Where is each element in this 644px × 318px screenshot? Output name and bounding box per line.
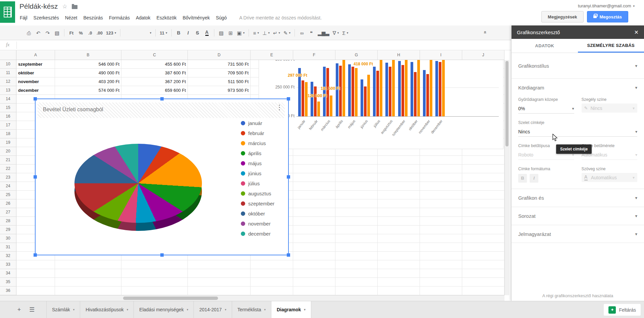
cell[interactable]: [335, 182, 378, 191]
cell[interactable]: [293, 182, 335, 191]
cell[interactable]: [335, 269, 378, 278]
cell[interactable]: [55, 278, 121, 287]
cell[interactable]: [420, 191, 462, 199]
cell[interactable]: [251, 260, 293, 269]
cell[interactable]: [378, 199, 420, 208]
fill-color-button[interactable]: ▨: [217, 28, 226, 38]
cell[interactable]: [378, 182, 420, 191]
bold-button[interactable]: B: [174, 28, 183, 38]
cell[interactable]: [335, 217, 378, 226]
insert-chart-button[interactable]: ▂▆▃: [316, 28, 331, 38]
pie-chart[interactable]: Bevétel Üzleti csomagból ⋮ januárfebruár…: [35, 99, 289, 255]
menu-item[interactable]: Beszúrás: [80, 15, 106, 20]
cell[interactable]: [462, 173, 504, 182]
cell[interactable]: [420, 278, 462, 287]
cell[interactable]: [462, 269, 504, 278]
row-header[interactable]: 20: [0, 147, 16, 156]
cell[interactable]: [251, 269, 293, 278]
cell[interactable]: 403 200 Ft: [55, 77, 121, 86]
sheet-tab[interactable]: Hivatkozástípusok▾: [80, 301, 134, 318]
row-header[interactable]: 22: [0, 165, 16, 173]
cell[interactable]: [378, 208, 420, 217]
cell[interactable]: [462, 182, 504, 191]
cell[interactable]: [420, 173, 462, 182]
cell[interactable]: [420, 260, 462, 269]
insert-comment-button[interactable]: ❝: [307, 28, 316, 38]
cell[interactable]: [462, 287, 504, 295]
sheets-logo[interactable]: [0, 1, 15, 23]
scrollbar-thumb[interactable]: [123, 297, 218, 300]
row-header[interactable]: 16: [0, 112, 16, 121]
column-header[interactable]: A: [16, 50, 55, 60]
resize-handle[interactable]: [34, 253, 37, 257]
cell[interactable]: [16, 287, 55, 295]
cell[interactable]: [378, 269, 420, 278]
cell[interactable]: [188, 278, 251, 287]
cell[interactable]: szeptember: [16, 60, 55, 69]
menu-item[interactable]: Nézet: [62, 15, 80, 20]
text-color-button[interactable]: A: [203, 28, 211, 38]
cell[interactable]: [420, 165, 462, 173]
row-header[interactable]: 13: [0, 86, 16, 95]
cell[interactable]: [293, 156, 335, 165]
cell[interactable]: 490 000 Ft: [55, 69, 121, 77]
account-menu[interactable]: turanyi.tihamer@gmail.com ▾: [578, 3, 635, 8]
increase-decimals-button[interactable]: .00: [95, 28, 104, 38]
cell[interactable]: [378, 243, 420, 252]
cell[interactable]: [378, 191, 420, 199]
cell[interactable]: [420, 234, 462, 243]
column-header[interactable]: C: [121, 50, 188, 60]
cell[interactable]: 709 500 Ft: [188, 69, 251, 77]
cell[interactable]: 973 500 Ft: [188, 86, 251, 95]
resize-handle[interactable]: [287, 97, 290, 101]
font-size-button[interactable]: 11▾: [158, 28, 168, 38]
row-header[interactable]: 21: [0, 156, 16, 165]
cell[interactable]: [378, 252, 420, 260]
cell[interactable]: [378, 278, 420, 287]
collapse-toolbar-icon[interactable]: »: [482, 31, 487, 34]
cell[interactable]: [335, 173, 378, 182]
cell[interactable]: [462, 226, 504, 234]
menu-item[interactable]: Formázás: [106, 15, 133, 20]
cell[interactable]: [420, 252, 462, 260]
cell[interactable]: november: [16, 77, 55, 86]
cell[interactable]: [335, 260, 378, 269]
cell[interactable]: [378, 217, 420, 226]
explore-button[interactable]: ✦ Feltárás: [604, 304, 641, 316]
row-header[interactable]: 19: [0, 138, 16, 147]
cell[interactable]: [293, 165, 335, 173]
menu-item[interactable]: Adatok: [133, 15, 154, 20]
cell[interactable]: 387 600 Ft: [121, 69, 188, 77]
cell[interactable]: [55, 260, 121, 269]
cell[interactable]: [335, 234, 378, 243]
cell[interactable]: [121, 287, 188, 295]
sheet-tab[interactable]: 2014-2017▾: [194, 301, 232, 318]
cell[interactable]: [378, 226, 420, 234]
cell[interactable]: [378, 156, 420, 165]
close-icon[interactable]: ✕: [634, 29, 639, 36]
star-icon[interactable]: ☆: [62, 3, 67, 10]
cell[interactable]: [420, 226, 462, 234]
column-header[interactable]: G: [335, 50, 378, 60]
row-header[interactable]: 36: [0, 287, 16, 295]
share-button[interactable]: Megosztás: [587, 11, 628, 22]
sheet-tab[interactable]: Diagramok▾: [271, 301, 311, 318]
donut-center-dropdown[interactable]: 0% ▾: [518, 104, 574, 114]
format-currency-button[interactable]: Ft: [67, 28, 76, 38]
horizontal-align-button[interactable]: ≡▾: [252, 28, 260, 38]
cell[interactable]: október: [16, 69, 55, 77]
cell[interactable]: [462, 217, 504, 226]
row-header[interactable]: 12: [0, 77, 16, 86]
paint-format-button[interactable]: ▧: [53, 28, 61, 38]
row-header[interactable]: 27: [0, 208, 16, 217]
resize-handle[interactable]: [160, 253, 164, 257]
cell[interactable]: [55, 287, 121, 295]
decrease-decimals-button[interactable]: .0: [86, 28, 95, 38]
row-header[interactable]: 17: [0, 121, 16, 130]
row-header[interactable]: 24: [0, 182, 16, 191]
cell[interactable]: [335, 252, 378, 260]
cell[interactable]: [251, 278, 293, 287]
column-header[interactable]: H: [378, 50, 420, 60]
sheet-tab[interactable]: Terméklista▾: [232, 301, 271, 318]
row-header[interactable]: 23: [0, 173, 16, 182]
